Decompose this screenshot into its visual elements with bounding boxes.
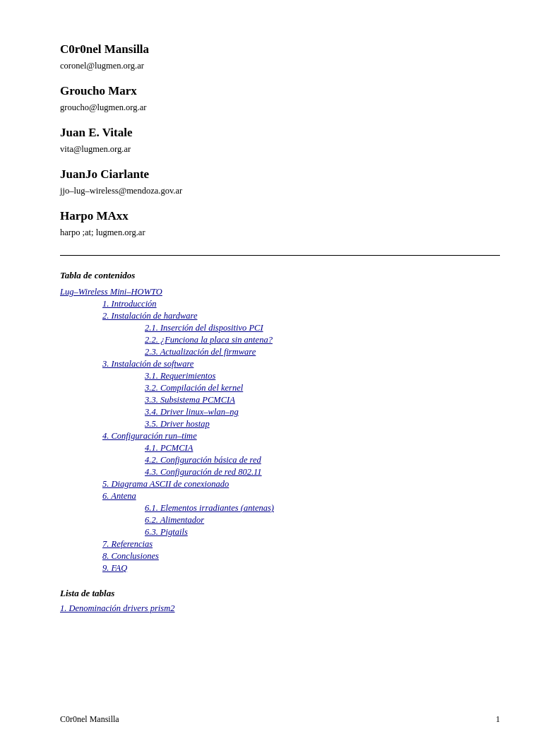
toc-item-3[interactable]: 3. Instalación de software xyxy=(102,359,500,369)
authors-section: C0r0nel Mansilla coronel@lugmen.org.ar G… xyxy=(60,42,500,238)
toc-title: Tabla de contenidos xyxy=(60,270,500,281)
toc-item-3-2[interactable]: 3.2. Compilación del kernel xyxy=(145,383,500,393)
author-block-2: Groucho Marx groucho@lugmen.org.ar xyxy=(60,84,500,113)
toc-item-6-1[interactable]: 6.1. Elementos irradiantes (antenas) xyxy=(145,503,500,514)
toc-item-2[interactable]: 2. Instalación de hardware xyxy=(102,311,500,321)
toc-item-3-5[interactable]: 3.5. Driver hostap xyxy=(145,419,500,430)
lot-section: Lista de tablas 1. Denominación drivers … xyxy=(60,588,500,614)
toc-item-2-3[interactable]: 2.3. Actualización del firmware xyxy=(145,347,500,357)
toc-section: Tabla de contenidos Lug–Wireless Mini–HO… xyxy=(60,270,500,574)
toc-main-link[interactable]: Lug–Wireless Mini–HOWTO xyxy=(60,287,500,297)
toc-item-4-1[interactable]: 4.1. PCMCIA xyxy=(145,443,500,454)
toc-item-9[interactable]: 9. FAQ xyxy=(102,563,500,574)
toc-item-6[interactable]: 6. Antena xyxy=(102,491,500,502)
footer-right: 1 xyxy=(496,714,500,725)
toc-item-5[interactable]: 5. Diagrama ASCII de conexionado xyxy=(102,479,500,490)
toc-item-6-3[interactable]: 6.3. Pigtails xyxy=(145,527,500,538)
author-email-3: vita@lugmen.org.ar xyxy=(60,144,500,155)
toc-item-4[interactable]: 4. Configuración run–time xyxy=(102,431,500,442)
toc-item-7[interactable]: 7. Referencias xyxy=(102,539,500,550)
toc-item-2-2[interactable]: 2.2. ¿Funciona la placa sin antena? xyxy=(145,335,500,345)
page: C0r0nel Mansilla coronel@lugmen.org.ar G… xyxy=(0,0,560,746)
author-name-2: Groucho Marx xyxy=(60,84,500,98)
page-footer: C0r0nel Mansilla 1 xyxy=(60,714,500,725)
author-email-1: coronel@lugmen.org.ar xyxy=(60,61,500,71)
toc-item-3-3[interactable]: 3.3. Subsistema PCMCIA xyxy=(145,395,500,405)
author-name-1: C0r0nel Mansilla xyxy=(60,42,500,57)
lot-item-1[interactable]: 1. Denominación drivers prism2 xyxy=(60,603,500,614)
author-email-4: jjo–lug–wireless@mendoza.gov.ar xyxy=(60,186,500,196)
toc-item-6-2[interactable]: 6.2. Alimentador xyxy=(145,515,500,526)
author-name-5: Harpo MAxx xyxy=(60,209,500,223)
author-block-4: JuanJo Ciarlante jjo–lug–wireless@mendoz… xyxy=(60,167,500,196)
author-block-5: Harpo MAxx harpo ;at; lugmen.org.ar xyxy=(60,209,500,238)
toc-item-3-4[interactable]: 3.4. Driver linux–wlan–ng xyxy=(145,407,500,418)
author-email-2: groucho@lugmen.org.ar xyxy=(60,102,500,113)
toc-item-2-1[interactable]: 2.1. Inserción del dispositivo PCI xyxy=(145,323,500,333)
toc-item-3-1[interactable]: 3.1. Requerimientos xyxy=(145,371,500,381)
toc-item-1[interactable]: 1. Introducción xyxy=(102,299,500,309)
author-block-1: C0r0nel Mansilla coronel@lugmen.org.ar xyxy=(60,42,500,71)
author-block-3: Juan E. Vitale vita@lugmen.org.ar xyxy=(60,126,500,155)
author-name-4: JuanJo Ciarlante xyxy=(60,167,500,182)
section-divider xyxy=(60,255,500,256)
author-email-5: harpo ;at; lugmen.org.ar xyxy=(60,227,500,238)
toc-item-4-2[interactable]: 4.2. Configuración básica de red xyxy=(145,455,500,466)
toc-item-4-3[interactable]: 4.3. Configuración de red 802.11 xyxy=(145,467,500,478)
footer-left: C0r0nel Mansilla xyxy=(60,714,119,725)
lot-title: Lista de tablas xyxy=(60,588,500,599)
author-name-3: Juan E. Vitale xyxy=(60,126,500,140)
toc-item-8[interactable]: 8. Conclusiones xyxy=(102,551,500,562)
